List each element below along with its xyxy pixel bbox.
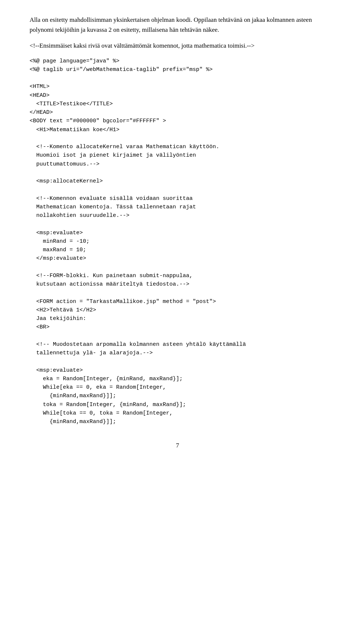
code-block: <%@ page language="java" %> <%@ taglib u… (30, 57, 325, 426)
paragraph-2: <!--Ensimmäiset kaksi riviä ovat välttäm… (30, 41, 325, 51)
page-number: 7 (30, 441, 325, 450)
page-content: Alla on esitetty mahdollisimman yksinker… (30, 15, 325, 451)
paragraph-1: Alla on esitetty mahdollisimman yksinker… (30, 15, 325, 35)
